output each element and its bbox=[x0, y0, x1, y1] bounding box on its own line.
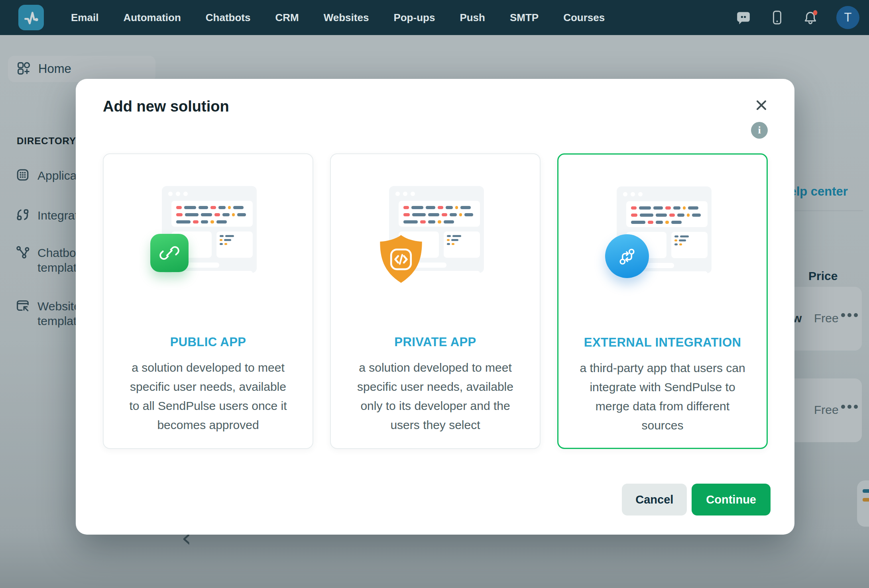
notifications-bell-icon[interactable] bbox=[803, 10, 818, 25]
card-description: a third-party app that users can integra… bbox=[578, 359, 747, 435]
nav-item-crm[interactable]: CRM bbox=[275, 12, 299, 24]
mobile-app-icon[interactable] bbox=[769, 10, 784, 25]
card-title: PUBLIC APP bbox=[104, 335, 313, 349]
avatar[interactable]: T bbox=[836, 6, 859, 29]
continue-button[interactable]: Continue bbox=[692, 484, 771, 515]
nav-item-popups[interactable]: Pop-ups bbox=[393, 12, 435, 24]
chat-bubble-icon[interactable] bbox=[736, 10, 751, 25]
card-title: EXTERNAL INTEGRATION bbox=[558, 335, 767, 350]
nav-item-websites[interactable]: Websites bbox=[324, 12, 369, 24]
nav-item-courses[interactable]: Courses bbox=[563, 12, 605, 24]
nav-item-chatbots[interactable]: Chatbots bbox=[206, 12, 251, 24]
notification-dot bbox=[813, 10, 818, 16]
sendpulse-logo[interactable] bbox=[18, 5, 44, 30]
link-icon bbox=[150, 234, 189, 272]
top-navbar: Email Automation Chatbots CRM Websites P… bbox=[0, 0, 869, 35]
cancel-button[interactable]: Cancel bbox=[622, 484, 687, 515]
public-app-illustration bbox=[104, 186, 313, 306]
external-integration-illustration bbox=[558, 186, 767, 306]
modal-title: Add new solution bbox=[103, 98, 229, 115]
nav-item-smtp[interactable]: SMTP bbox=[510, 12, 539, 24]
integration-arrows-icon bbox=[605, 234, 649, 278]
modal-footer: Cancel Continue bbox=[622, 484, 771, 515]
card-title: PRIVATE APP bbox=[331, 335, 540, 349]
info-icon[interactable]: i bbox=[751, 122, 768, 139]
card-description: a solution developed to meet specific us… bbox=[124, 358, 293, 435]
card-private-app[interactable]: PRIVATE APP a solution developed to meet… bbox=[330, 153, 541, 449]
close-icon[interactable] bbox=[753, 96, 770, 114]
nav-item-push[interactable]: Push bbox=[460, 12, 485, 24]
add-new-solution-modal: Add new solution i bbox=[76, 79, 794, 535]
card-public-app[interactable]: PUBLIC APP a solution developed to meet … bbox=[103, 153, 313, 449]
nav-item-automation[interactable]: Automation bbox=[123, 12, 181, 24]
private-app-illustration bbox=[331, 186, 540, 306]
main-menu: Email Automation Chatbots CRM Websites P… bbox=[71, 12, 605, 24]
card-external-integration[interactable]: EXTERNAL INTEGRATION a third-party app t… bbox=[557, 153, 768, 449]
shield-code-icon bbox=[377, 234, 425, 286]
nav-item-email[interactable]: Email bbox=[71, 12, 98, 24]
solution-cards: PUBLIC APP a solution developed to meet … bbox=[103, 153, 768, 449]
card-description: a solution developed to meet specific us… bbox=[351, 358, 520, 435]
